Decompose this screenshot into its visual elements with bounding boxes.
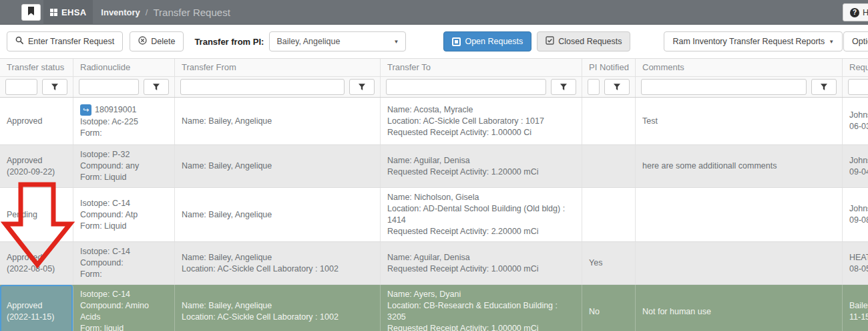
column-header-transfer-status[interactable]: Transfer status: [0, 59, 73, 76]
comments-cell: [636, 242, 843, 284]
column-header-comments[interactable]: Comments: [636, 59, 843, 76]
filter-input-transfer-to[interactable]: [386, 79, 546, 95]
table-row[interactable]: Approved↪180919001Isotope: Ac-225Form:Na…: [0, 98, 868, 145]
breadcrumb-separator: /: [146, 7, 148, 17]
radionuclide-cell: Isotope: C-14Compound: Amino AcidsForm: …: [73, 285, 175, 331]
filter-button-radionuclide[interactable]: [144, 79, 169, 95]
status-cell: Approved(2022-08-05): [0, 242, 73, 284]
transfer-from-pi-label: Transfer from PI:: [194, 37, 264, 47]
table-row[interactable]: Approved(2022-11-15)Isotope: C-14Compoun…: [0, 285, 868, 331]
filter-input-comments[interactable]: [641, 79, 807, 95]
page-title: Transfer Request: [153, 7, 230, 18]
pi-notified-cell: No: [582, 285, 636, 331]
table-row[interactable]: Approved(2020-09-22)Isotope: P-32Compoun…: [0, 145, 868, 188]
filter-button-comments[interactable]: [811, 79, 837, 95]
delete-circle-icon: [138, 36, 147, 47]
column-header-transfer-to[interactable]: Transfer To: [381, 59, 582, 76]
status-cell: Approved(2022-11-15): [0, 285, 73, 331]
radionuclide-cell: Isotope: P-32Compound: anyForm: Liquid: [73, 145, 175, 187]
grid-filter-row: [0, 77, 868, 98]
pi-notified-cell: [582, 188, 636, 241]
requested-cell: Johnso09-08-2: [843, 188, 868, 241]
filter-input-transfer-from[interactable]: [180, 79, 345, 95]
reports-dropdown-button[interactable]: Ram Inventory Transfer Request Reports ▼: [664, 31, 843, 51]
open-requests-icon: [452, 37, 461, 46]
radionuclide-cell: Isotope: C-14Compound:Form:: [73, 242, 175, 284]
grid-header-row: Transfer status Radionuclide Transfer Fr…: [0, 59, 868, 77]
filter-input-requested[interactable]: [848, 79, 868, 95]
radionuclide-cell: Isotope: C-14Compound: AtpForm: Liquid: [73, 188, 175, 241]
radionuclide-cell: ↪180919001Isotope: Ac-225Form:: [73, 98, 175, 144]
search-icon: [15, 36, 24, 47]
pi-notified-cell: [582, 145, 636, 187]
requested-cell: Johnso09-04-2: [843, 145, 868, 187]
chevron-down-icon: ▼: [829, 39, 834, 45]
transfer-from-cell: Name: Bailey, Angelique: [175, 98, 381, 144]
filter-button-transfer-status[interactable]: [42, 79, 67, 95]
status-cell: Approved: [0, 98, 73, 144]
options-button[interactable]: Options: [843, 31, 868, 51]
transfer-from-cell: Name: Bailey, AngeliqueLocation: AC-Sick…: [175, 285, 381, 331]
pi-notified-cell: Yes: [582, 242, 636, 284]
comments-cell: Not for human use: [636, 285, 843, 331]
question-icon: ?: [850, 8, 859, 17]
column-header-pi-notified[interactable]: PI Notified: [582, 59, 636, 76]
transfer-from-cell: Name: Bailey, Angelique: [175, 188, 381, 241]
breadcrumb: Inventory / Transfer Request: [101, 7, 230, 18]
transfer-from-pi-select[interactable]: Bailey, Angelique ▼: [269, 31, 406, 51]
table-row[interactable]: PendingIsotope: C-14Compound: AtpForm: L…: [0, 188, 868, 242]
filter-input-transfer-status[interactable]: [5, 79, 37, 95]
filter-button-transfer-from[interactable]: [349, 79, 375, 95]
check-square-icon: [546, 36, 554, 47]
column-header-transfer-from[interactable]: Transfer From: [175, 59, 381, 76]
closed-requests-button[interactable]: Closed Requests: [537, 31, 630, 51]
status-cell: Pending: [0, 188, 73, 241]
transfer-to-cell: Name: Acosta, MyracleLocation: AC-Sickle…: [381, 98, 582, 144]
selected-pi-value: Bailey, Angelique: [276, 37, 340, 46]
requested-cell: Bailey,11-15-2: [843, 285, 868, 331]
bookmark-icon: [27, 7, 35, 18]
transfer-to-cell: Name: Nicholson, GiselaLocation: AD-Dent…: [381, 188, 582, 241]
app-header: EHSA Inventory / Transfer Request ? Help: [0, 0, 868, 25]
help-label: Help: [863, 8, 868, 17]
comments-cell: [636, 188, 843, 241]
apps-grid-icon: [50, 9, 57, 16]
app-brand[interactable]: EHSA: [43, 0, 93, 25]
open-requests-button[interactable]: Open Requests: [443, 31, 531, 51]
transfer-arrow-icon: ↪: [80, 104, 91, 116]
item-number: 180919001: [95, 104, 137, 116]
help-button[interactable]: ? Help: [843, 3, 868, 21]
transfer-from-cell: Name: Bailey, AngeliqueLocation: AC-Sick…: [175, 242, 381, 284]
bookmark-button[interactable]: [21, 4, 41, 21]
grid-body: Approved↪180919001Isotope: Ac-225Form:Na…: [0, 98, 868, 331]
enter-transfer-request-button[interactable]: Enter Transfer Request: [7, 31, 123, 51]
requested-cell: HEATH08-05-2: [843, 242, 868, 284]
column-header-radionuclide[interactable]: Radionuclide: [73, 59, 175, 76]
transfer-to-cell: Name: Aguilar, DenisaRequested Receipt A…: [381, 145, 582, 187]
comments-cell: here are some additionall comments: [636, 145, 843, 187]
comments-cell: Test: [636, 98, 843, 144]
transfer-to-cell: Name: Ayers, DyaniLocation: CB-Research …: [381, 285, 582, 331]
brand-label: EHSA: [61, 7, 86, 17]
transfer-request-grid: Transfer status Radionuclide Transfer Fr…: [0, 58, 868, 331]
pi-notified-cell: [582, 98, 636, 144]
filter-button-transfer-to[interactable]: [551, 79, 576, 95]
transfer-from-cell: Name: Bailey, Angelique: [175, 145, 381, 187]
delete-button[interactable]: Delete: [130, 31, 184, 51]
table-row[interactable]: Approved(2022-08-05)Isotope: C-14Compoun…: [0, 242, 868, 285]
transfer-to-cell: Name: Aguilar, DenisaRequested Receipt A…: [381, 242, 582, 284]
chevron-down-icon: ▼: [393, 39, 399, 45]
status-cell: Approved(2020-09-22): [0, 145, 73, 187]
breadcrumb-section[interactable]: Inventory: [101, 7, 140, 17]
filter-input-pi-notified[interactable]: [588, 79, 600, 95]
filter-button-pi-notified[interactable]: [604, 79, 630, 95]
requested-cell: Johnso06-03-2: [843, 98, 868, 144]
toolbar: Enter Transfer Request Delete Transfer f…: [0, 25, 868, 58]
filter-input-radionuclide[interactable]: [79, 79, 139, 95]
column-header-requested[interactable]: Requested: [843, 59, 868, 76]
